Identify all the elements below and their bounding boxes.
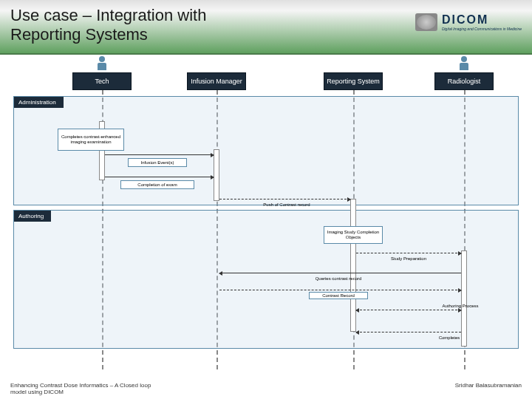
label-authoring-process: Authoring Process — [427, 302, 494, 310]
footer-left-text: Enhancing Contrast Dose Informatics – A … — [10, 382, 158, 396]
arrow-push-record — [219, 199, 350, 200]
actor-box-radiologist: Radiologist — [434, 72, 494, 90]
arrow-queries-record — [219, 273, 461, 273]
label-push-record: Push of Contrast record — [246, 201, 327, 208]
sequence-diagram: Tech Infusion Manager Reporting System R… — [13, 55, 519, 369]
actor-box-tech: Tech — [72, 72, 132, 90]
globe-icon — [415, 13, 437, 31]
logo-sub-text: Digital Imaging and Communications in Me… — [442, 27, 522, 31]
label-completion-exam: Completion of exam — [120, 180, 194, 189]
phase-authoring: Authoring — [13, 210, 519, 349]
arrow-completion-exam — [105, 177, 214, 177]
footer-right-text: Sridhar Balasubramanian — [455, 382, 522, 396]
phase-administration: Administration — [13, 96, 519, 205]
phase-label-authoring: Authoring — [14, 211, 51, 222]
slide-footer: Enhancing Contrast Dose Informatics – A … — [10, 382, 522, 396]
phase-label-administration: Administration — [14, 97, 64, 108]
dicom-logo: DICOM Digital Imaging and Communications… — [415, 13, 522, 31]
actor-box-infusion: Infusion Manager — [187, 72, 246, 90]
actor-box-reporting: Reporting System — [324, 72, 383, 90]
arrow-authoring-process — [356, 310, 461, 310]
logo-main-text: DICOM — [442, 13, 522, 27]
actor-tech-icon — [97, 56, 107, 71]
msg-completes-exam: Completes contrast-enhanced imaging exam… — [58, 129, 124, 151]
label-study-prep: Study Preparation — [375, 255, 442, 262]
label-infusion-events: Infusion Event(s) — [128, 158, 187, 167]
activation-radiologist-1 — [461, 250, 467, 347]
label-completes: Completes — [427, 334, 471, 341]
msg-imaging-objects: Imaging Study Completion Objects — [324, 226, 383, 244]
arrow-infusion-events — [105, 154, 214, 155]
arrow-contrast-record — [219, 290, 461, 290]
label-contrast-record: Contrast Record — [309, 292, 368, 299]
arrow-completes — [356, 332, 461, 332]
actor-radiologist-icon — [459, 56, 469, 71]
activation-infusion-1 — [214, 149, 219, 201]
arrow-study-prep — [356, 253, 461, 253]
slide-header: Use case – Integration with Reporting Sy… — [0, 0, 532, 55]
label-queries-record: Queries contrast record — [294, 275, 383, 282]
